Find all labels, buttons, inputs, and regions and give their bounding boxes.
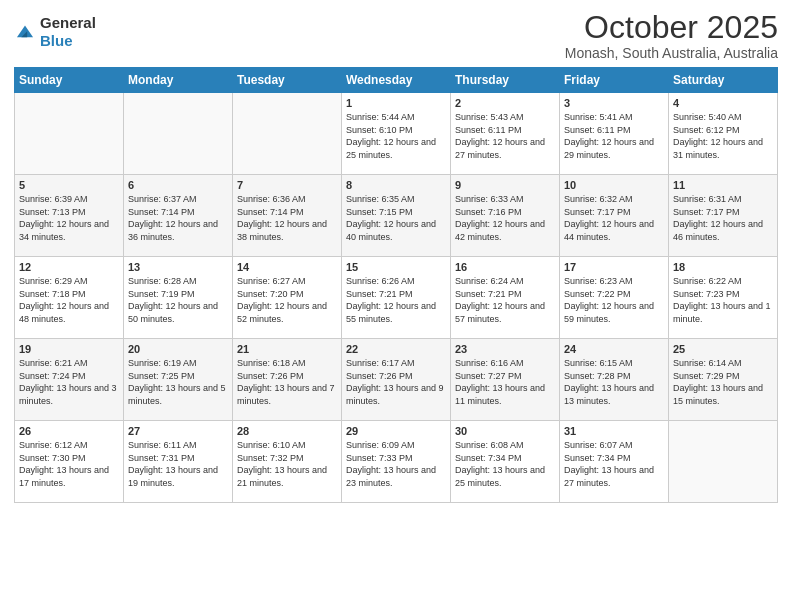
calendar-cell: 6Sunrise: 6:37 AM Sunset: 7:14 PM Daylig… — [124, 175, 233, 257]
calendar-cell: 2Sunrise: 5:43 AM Sunset: 6:11 PM Daylig… — [451, 93, 560, 175]
day-number: 18 — [673, 261, 773, 273]
calendar-cell: 23Sunrise: 6:16 AM Sunset: 7:27 PM Dayli… — [451, 339, 560, 421]
calendar-cell: 7Sunrise: 6:36 AM Sunset: 7:14 PM Daylig… — [233, 175, 342, 257]
calendar-cell: 28Sunrise: 6:10 AM Sunset: 7:32 PM Dayli… — [233, 421, 342, 503]
location-title: Monash, South Australia, Australia — [565, 45, 778, 61]
day-number: 1 — [346, 97, 446, 109]
calendar-cell: 14Sunrise: 6:27 AM Sunset: 7:20 PM Dayli… — [233, 257, 342, 339]
day-info: Sunrise: 6:35 AM Sunset: 7:15 PM Dayligh… — [346, 193, 446, 243]
day-number: 2 — [455, 97, 555, 109]
day-number: 12 — [19, 261, 119, 273]
calendar-week-row: 26Sunrise: 6:12 AM Sunset: 7:30 PM Dayli… — [15, 421, 778, 503]
day-info: Sunrise: 6:32 AM Sunset: 7:17 PM Dayligh… — [564, 193, 664, 243]
day-info: Sunrise: 5:41 AM Sunset: 6:11 PM Dayligh… — [564, 111, 664, 161]
day-info: Sunrise: 5:40 AM Sunset: 6:12 PM Dayligh… — [673, 111, 773, 161]
day-info: Sunrise: 6:31 AM Sunset: 7:17 PM Dayligh… — [673, 193, 773, 243]
calendar-cell: 1Sunrise: 5:44 AM Sunset: 6:10 PM Daylig… — [342, 93, 451, 175]
calendar-week-row: 19Sunrise: 6:21 AM Sunset: 7:24 PM Dayli… — [15, 339, 778, 421]
calendar-cell: 31Sunrise: 6:07 AM Sunset: 7:34 PM Dayli… — [560, 421, 669, 503]
header-thursday: Thursday — [451, 68, 560, 93]
day-number: 17 — [564, 261, 664, 273]
day-number: 22 — [346, 343, 446, 355]
calendar-cell: 17Sunrise: 6:23 AM Sunset: 7:22 PM Dayli… — [560, 257, 669, 339]
day-info: Sunrise: 6:22 AM Sunset: 7:23 PM Dayligh… — [673, 275, 773, 325]
day-number: 21 — [237, 343, 337, 355]
day-info: Sunrise: 6:17 AM Sunset: 7:26 PM Dayligh… — [346, 357, 446, 407]
calendar-cell — [15, 93, 124, 175]
calendar-cell: 15Sunrise: 6:26 AM Sunset: 7:21 PM Dayli… — [342, 257, 451, 339]
day-number: 13 — [128, 261, 228, 273]
header: General Blue October 2025 Monash, South … — [14, 10, 778, 61]
day-number: 31 — [564, 425, 664, 437]
day-number: 4 — [673, 97, 773, 109]
day-info: Sunrise: 6:37 AM Sunset: 7:14 PM Dayligh… — [128, 193, 228, 243]
day-number: 19 — [19, 343, 119, 355]
header-friday: Friday — [560, 68, 669, 93]
day-info: Sunrise: 6:11 AM Sunset: 7:31 PM Dayligh… — [128, 439, 228, 489]
calendar-week-row: 1Sunrise: 5:44 AM Sunset: 6:10 PM Daylig… — [15, 93, 778, 175]
day-info: Sunrise: 6:39 AM Sunset: 7:13 PM Dayligh… — [19, 193, 119, 243]
day-info: Sunrise: 6:26 AM Sunset: 7:21 PM Dayligh… — [346, 275, 446, 325]
day-number: 6 — [128, 179, 228, 191]
day-info: Sunrise: 5:44 AM Sunset: 6:10 PM Dayligh… — [346, 111, 446, 161]
calendar-cell — [124, 93, 233, 175]
calendar-cell: 16Sunrise: 6:24 AM Sunset: 7:21 PM Dayli… — [451, 257, 560, 339]
calendar-cell: 9Sunrise: 6:33 AM Sunset: 7:16 PM Daylig… — [451, 175, 560, 257]
calendar-cell: 12Sunrise: 6:29 AM Sunset: 7:18 PM Dayli… — [15, 257, 124, 339]
day-info: Sunrise: 6:09 AM Sunset: 7:33 PM Dayligh… — [346, 439, 446, 489]
day-info: Sunrise: 6:10 AM Sunset: 7:32 PM Dayligh… — [237, 439, 337, 489]
day-number: 16 — [455, 261, 555, 273]
calendar-cell: 20Sunrise: 6:19 AM Sunset: 7:25 PM Dayli… — [124, 339, 233, 421]
day-number: 20 — [128, 343, 228, 355]
month-title: October 2025 — [565, 10, 778, 45]
day-info: Sunrise: 6:36 AM Sunset: 7:14 PM Dayligh… — [237, 193, 337, 243]
logo-text: General Blue — [40, 14, 96, 50]
calendar-cell: 29Sunrise: 6:09 AM Sunset: 7:33 PM Dayli… — [342, 421, 451, 503]
day-info: Sunrise: 6:27 AM Sunset: 7:20 PM Dayligh… — [237, 275, 337, 325]
day-number: 28 — [237, 425, 337, 437]
day-number: 15 — [346, 261, 446, 273]
day-number: 8 — [346, 179, 446, 191]
header-sunday: Sunday — [15, 68, 124, 93]
calendar-cell: 19Sunrise: 6:21 AM Sunset: 7:24 PM Dayli… — [15, 339, 124, 421]
day-info: Sunrise: 6:15 AM Sunset: 7:28 PM Dayligh… — [564, 357, 664, 407]
calendar-cell: 26Sunrise: 6:12 AM Sunset: 7:30 PM Dayli… — [15, 421, 124, 503]
calendar-cell — [233, 93, 342, 175]
calendar-cell — [669, 421, 778, 503]
day-number: 5 — [19, 179, 119, 191]
calendar-cell: 18Sunrise: 6:22 AM Sunset: 7:23 PM Dayli… — [669, 257, 778, 339]
calendar-cell: 3Sunrise: 5:41 AM Sunset: 6:11 PM Daylig… — [560, 93, 669, 175]
calendar-header-row: Sunday Monday Tuesday Wednesday Thursday… — [15, 68, 778, 93]
calendar-cell: 4Sunrise: 5:40 AM Sunset: 6:12 PM Daylig… — [669, 93, 778, 175]
logo-general: General — [40, 14, 96, 31]
day-number: 26 — [19, 425, 119, 437]
logo-blue: Blue — [40, 32, 73, 49]
calendar-cell: 24Sunrise: 6:15 AM Sunset: 7:28 PM Dayli… — [560, 339, 669, 421]
page: General Blue October 2025 Monash, South … — [0, 0, 792, 612]
calendar-cell: 30Sunrise: 6:08 AM Sunset: 7:34 PM Dayli… — [451, 421, 560, 503]
calendar-cell: 11Sunrise: 6:31 AM Sunset: 7:17 PM Dayli… — [669, 175, 778, 257]
day-info: Sunrise: 6:12 AM Sunset: 7:30 PM Dayligh… — [19, 439, 119, 489]
day-info: Sunrise: 6:07 AM Sunset: 7:34 PM Dayligh… — [564, 439, 664, 489]
calendar-cell: 8Sunrise: 6:35 AM Sunset: 7:15 PM Daylig… — [342, 175, 451, 257]
day-info: Sunrise: 6:28 AM Sunset: 7:19 PM Dayligh… — [128, 275, 228, 325]
day-info: Sunrise: 6:23 AM Sunset: 7:22 PM Dayligh… — [564, 275, 664, 325]
day-number: 7 — [237, 179, 337, 191]
day-info: Sunrise: 6:18 AM Sunset: 7:26 PM Dayligh… — [237, 357, 337, 407]
day-number: 10 — [564, 179, 664, 191]
day-info: Sunrise: 6:14 AM Sunset: 7:29 PM Dayligh… — [673, 357, 773, 407]
day-info: Sunrise: 6:33 AM Sunset: 7:16 PM Dayligh… — [455, 193, 555, 243]
day-info: Sunrise: 6:21 AM Sunset: 7:24 PM Dayligh… — [19, 357, 119, 407]
calendar-cell: 21Sunrise: 6:18 AM Sunset: 7:26 PM Dayli… — [233, 339, 342, 421]
logo: General Blue — [14, 14, 96, 50]
calendar-week-row: 12Sunrise: 6:29 AM Sunset: 7:18 PM Dayli… — [15, 257, 778, 339]
day-info: Sunrise: 6:19 AM Sunset: 7:25 PM Dayligh… — [128, 357, 228, 407]
header-tuesday: Tuesday — [233, 68, 342, 93]
day-info: Sunrise: 6:29 AM Sunset: 7:18 PM Dayligh… — [19, 275, 119, 325]
day-number: 29 — [346, 425, 446, 437]
day-number: 25 — [673, 343, 773, 355]
day-number: 3 — [564, 97, 664, 109]
day-number: 27 — [128, 425, 228, 437]
day-number: 9 — [455, 179, 555, 191]
title-area: October 2025 Monash, South Australia, Au… — [565, 10, 778, 61]
